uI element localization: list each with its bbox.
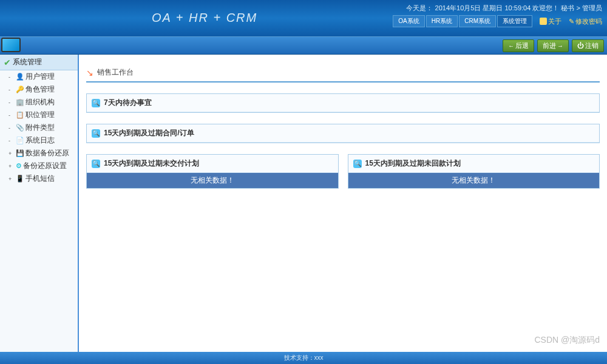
content-area: ↘ 销售工作台 🔍 7天内待办事宜 🔍 15天内到期及过期合同/订单 🔍 15天… (79, 55, 607, 352)
plus-icon: + (8, 163, 15, 169)
pos-icon: 📋 (16, 111, 24, 119)
two-column-row: 🔍 15天内到期及过期未交付计划 无相关数据！ 🔍 15天内到期及过期未回款计划… (86, 154, 600, 189)
backup-icon: 💾 (16, 149, 24, 157)
log-icon: 📄 (16, 136, 24, 144)
sidebar-item-backup[interactable]: +💾数据备份还原 (0, 147, 78, 160)
no-data-message: 无相关数据！ (87, 173, 338, 188)
dash-icon: - (8, 125, 15, 131)
panel-body: 无相关数据！ (87, 173, 338, 188)
arrow-right-icon: → (557, 42, 563, 49)
sidebar-item-att[interactable]: -📎附件类型 (0, 121, 78, 134)
plus-icon: + (8, 176, 15, 182)
info-icon (540, 18, 547, 25)
header-right: 今天是： 2014年10月5日 星期日 10:59:04 欢迎您！ 秘书 > 管… (393, 4, 602, 27)
dash-icon: - (8, 74, 15, 80)
search-icon[interactable]: 🔍 (353, 160, 362, 168)
header-tabs: OA系统 HR系统 CRM系统 系统管理 关于 ✎修改密码 (393, 15, 602, 27)
user-role: 秘书 > 管理员 (561, 4, 602, 12)
panel-title: 7天内待办事宜 (104, 98, 152, 108)
dash-icon: - (8, 138, 15, 144)
panel-title: 15天内到期及过期未回款计划 (365, 158, 461, 169)
user-icon: 👤 (16, 73, 24, 81)
panel-receivable: 🔍 15天内到期及过期未回款计划 无相关数据！ (348, 154, 600, 189)
sidebar-item-log[interactable]: -📄系统日志 (0, 134, 78, 147)
date-value: 2014年10月5日 (435, 4, 481, 12)
org-icon: 🏢 (16, 98, 24, 106)
dash-icon: - (8, 112, 15, 118)
search-icon[interactable]: 🔍 (92, 99, 100, 107)
logout-button[interactable]: ⏻注销 (572, 39, 604, 52)
panel-title: 15天内到期及过期未交付计划 (104, 158, 199, 169)
panel-contracts: 🔍 15天内到期及过期合同/订单 (86, 124, 600, 143)
panel-todo: 🔍 7天内待办事宜 (86, 93, 600, 113)
panel-header: 🔍 15天内到期及过期合同/订单 (87, 124, 599, 143)
sidebar-item-sms[interactable]: +📱手机短信 (0, 172, 78, 185)
welcome-text: 欢迎您！ (532, 4, 559, 12)
workspace-title-bar: ↘ 销售工作台 (86, 64, 600, 83)
power-icon: ⏻ (577, 42, 584, 49)
panel-delivery: 🔍 15天内到期及过期未交付计划 无相关数据！ (86, 154, 339, 189)
forward-button[interactable]: 前进→ (537, 39, 569, 52)
sidebar-item-user[interactable]: -👤用户管理 (0, 70, 78, 83)
back-button[interactable]: ←后退 (503, 39, 534, 52)
tab-system[interactable]: 系统管理 (497, 15, 532, 27)
dash-icon: - (8, 99, 15, 106)
sidebar: ✔ 系统管理 -👤用户管理 -🔑角色管理 -🏢组织机构 -📋职位管理 -📎附件类… (0, 55, 79, 352)
key-icon: ✎ (569, 18, 574, 25)
search-icon[interactable]: 🔍 (92, 160, 100, 168)
dash-icon: - (8, 87, 15, 93)
panel-header: 🔍 15天内到期及过期未回款计划 (348, 155, 600, 173)
attachment-icon: 📎 (16, 124, 24, 132)
workspace-title: 销售工作台 (97, 67, 134, 78)
tab-oa[interactable]: OA系统 (393, 15, 424, 27)
search-icon[interactable]: 🔍 (92, 129, 100, 138)
toolbar: ←后退 前进→ ⏻注销 (0, 36, 607, 55)
app-title: OA + HR + CRM (152, 11, 257, 25)
header-info: 今天是： 2014年10月5日 星期日 10:59:04 欢迎您！ 秘书 > 管… (393, 4, 602, 13)
footer-text: 技术支持：xxx (284, 354, 324, 362)
sidebar-item-role[interactable]: -🔑角色管理 (0, 83, 78, 96)
change-pwd-link[interactable]: ✎修改密码 (569, 17, 602, 26)
panel-header: 🔍 7天内待办事宜 (87, 94, 599, 112)
plus-icon: + (8, 150, 15, 157)
panel-header: 🔍 15天内到期及过期未交付计划 (87, 155, 338, 173)
weekday-value: 星期日 (483, 4, 503, 12)
panel-title: 15天内到期及过期合同/订单 (104, 128, 194, 138)
no-data-message: 无相关数据！ (348, 173, 600, 188)
restore-icon: ⚙ (16, 162, 22, 170)
sidebar-item-org[interactable]: -🏢组织机构 (0, 96, 78, 109)
arrow-left-icon: ← (508, 42, 514, 49)
sidebar-item-pos[interactable]: -📋职位管理 (0, 109, 78, 121)
time-value: 10:59:04 (505, 4, 531, 12)
tab-crm[interactable]: CRM系统 (459, 15, 496, 27)
monitor-icon (1, 38, 25, 59)
arrow-icon: ↘ (86, 68, 93, 78)
role-icon: 🔑 (16, 86, 24, 93)
watermark: CSDN @淘源码d (534, 335, 600, 346)
panel-body: 无相关数据！ (348, 173, 600, 188)
app-header: OA + HR + CRM 今天是： 2014年10月5日 星期日 10:59:… (0, 0, 607, 36)
sms-icon: 📱 (16, 175, 24, 183)
about-link[interactable]: 关于 (540, 17, 561, 26)
main-area: ✔ 系统管理 -👤用户管理 -🔑角色管理 -🏢组织机构 -📋职位管理 -📎附件类… (0, 55, 607, 352)
sidebar-item-restore[interactable]: +⚙备份还原设置 (0, 160, 78, 172)
date-label: 今天是： (406, 4, 433, 12)
footer-bar: 技术支持：xxx (0, 352, 607, 364)
tab-hr[interactable]: HR系统 (426, 15, 458, 27)
